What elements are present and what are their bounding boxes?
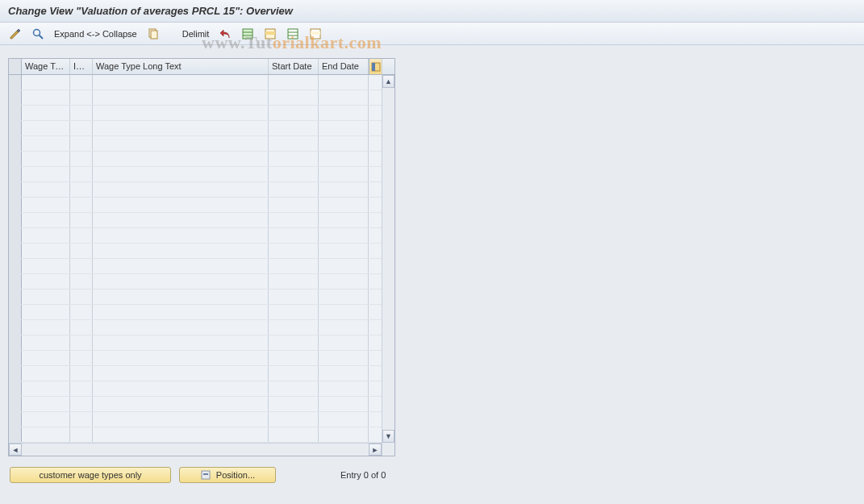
table-row[interactable] <box>9 351 382 366</box>
table-row[interactable] <box>9 136 382 152</box>
table-row[interactable] <box>9 121 382 136</box>
cell-wage-type[interactable] <box>22 182 70 197</box>
row-selector[interactable] <box>9 335 22 350</box>
delimit-button[interactable]: Delimit <box>180 26 212 42</box>
cell-long-text[interactable] <box>93 106 269 120</box>
cell-end-date[interactable] <box>319 412 369 427</box>
cell-long-text[interactable] <box>93 351 269 365</box>
table-row[interactable] <box>9 274 382 289</box>
scroll-down-icon[interactable]: ▼ <box>382 430 394 443</box>
cell-long-text[interactable] <box>93 427 269 442</box>
cell-wage-type[interactable] <box>22 90 70 105</box>
cell-end-date[interactable] <box>319 121 369 135</box>
table-row[interactable] <box>9 213 382 228</box>
cell-end-date[interactable] <box>319 305 369 319</box>
table-row[interactable] <box>9 397 382 412</box>
undo-icon[interactable] <box>216 26 234 42</box>
cell-start-date[interactable] <box>269 106 319 120</box>
scroll-up-icon[interactable]: ▲ <box>382 75 394 88</box>
cell-start-date[interactable] <box>269 274 319 289</box>
cell-long-text[interactable] <box>93 366 269 381</box>
cell-long-text[interactable] <box>93 167 269 181</box>
table-settings-icon[interactable] <box>369 59 382 74</box>
row-selector[interactable] <box>9 75 22 90</box>
cell-wage-type[interactable] <box>22 320 70 335</box>
cell-end-date[interactable] <box>319 427 369 442</box>
cell-long-text[interactable] <box>93 152 269 166</box>
cell-end-date[interactable] <box>319 397 369 411</box>
cell-start-date[interactable] <box>269 90 319 105</box>
cell-long-text[interactable] <box>93 397 269 411</box>
cell-start-date[interactable] <box>269 152 319 166</box>
table-row[interactable] <box>9 381 382 397</box>
cell-inf[interactable] <box>70 106 93 120</box>
row-selector[interactable] <box>9 351 22 365</box>
cell-wage-type[interactable] <box>22 152 70 166</box>
cell-wage-type[interactable] <box>22 136 70 151</box>
cell-inf[interactable] <box>70 259 93 273</box>
cell-inf[interactable] <box>70 274 93 289</box>
cell-end-date[interactable] <box>319 136 369 151</box>
cell-inf[interactable] <box>70 121 93 135</box>
cell-end-date[interactable] <box>319 182 369 197</box>
row-selector[interactable] <box>9 274 22 289</box>
cell-wage-type[interactable] <box>22 274 70 289</box>
select-block-icon[interactable] <box>261 26 279 42</box>
row-selector[interactable] <box>9 259 22 273</box>
find-icon[interactable] <box>29 26 47 42</box>
cell-start-date[interactable] <box>269 351 319 365</box>
vertical-scrollbar[interactable]: ▲ ▼ <box>382 59 394 456</box>
cell-end-date[interactable] <box>319 152 369 166</box>
cell-long-text[interactable] <box>93 244 269 258</box>
column-header-wage-type[interactable]: Wage Ty... <box>22 59 70 74</box>
row-selector[interactable] <box>9 289 22 304</box>
copy-icon[interactable] <box>144 26 162 42</box>
customer-wage-types-button[interactable]: customer wage types only <box>10 467 171 483</box>
cell-wage-type[interactable] <box>22 228 70 243</box>
scroll-left-icon[interactable]: ◄ <box>9 444 22 456</box>
row-selector[interactable] <box>9 136 22 151</box>
cell-inf[interactable] <box>70 244 93 258</box>
column-header-start-date[interactable]: Start Date <box>269 59 319 74</box>
row-selector[interactable] <box>9 320 22 335</box>
cell-long-text[interactable] <box>93 274 269 289</box>
cell-start-date[interactable] <box>269 335 319 350</box>
cell-end-date[interactable] <box>319 351 369 365</box>
cell-long-text[interactable] <box>93 121 269 135</box>
cell-end-date[interactable] <box>319 274 369 289</box>
row-selector[interactable] <box>9 427 22 442</box>
cell-inf[interactable] <box>70 213 93 227</box>
cell-long-text[interactable] <box>93 335 269 350</box>
cell-start-date[interactable] <box>269 427 319 442</box>
cell-wage-type[interactable] <box>22 244 70 258</box>
cell-end-date[interactable] <box>319 75 369 90</box>
cell-long-text[interactable] <box>93 228 269 243</box>
table-row[interactable] <box>9 320 382 335</box>
row-selector[interactable] <box>9 90 22 105</box>
deselect-all-icon[interactable] <box>284 26 302 42</box>
cell-long-text[interactable] <box>93 198 269 212</box>
table-row[interactable] <box>9 366 382 381</box>
cell-long-text[interactable] <box>93 305 269 319</box>
row-selector[interactable] <box>9 121 22 135</box>
cell-wage-type[interactable] <box>22 121 70 135</box>
cell-end-date[interactable] <box>319 366 369 381</box>
cell-inf[interactable] <box>70 427 93 442</box>
cell-wage-type[interactable] <box>22 427 70 442</box>
cell-long-text[interactable] <box>93 289 269 304</box>
cell-end-date[interactable] <box>319 289 369 304</box>
cell-long-text[interactable] <box>93 213 269 227</box>
cell-start-date[interactable] <box>269 320 319 335</box>
cell-start-date[interactable] <box>269 182 319 197</box>
cell-start-date[interactable] <box>269 167 319 181</box>
scroll-right-icon[interactable]: ► <box>369 444 382 456</box>
cell-wage-type[interactable] <box>22 167 70 181</box>
cell-long-text[interactable] <box>93 381 269 396</box>
cell-start-date[interactable] <box>269 289 319 304</box>
row-selector[interactable] <box>9 152 22 166</box>
display-change-icon[interactable] <box>6 26 24 42</box>
row-selector[interactable] <box>9 198 22 212</box>
row-selector[interactable] <box>9 244 22 258</box>
position-button[interactable]: Position... <box>179 467 276 483</box>
table-row[interactable] <box>9 198 382 213</box>
